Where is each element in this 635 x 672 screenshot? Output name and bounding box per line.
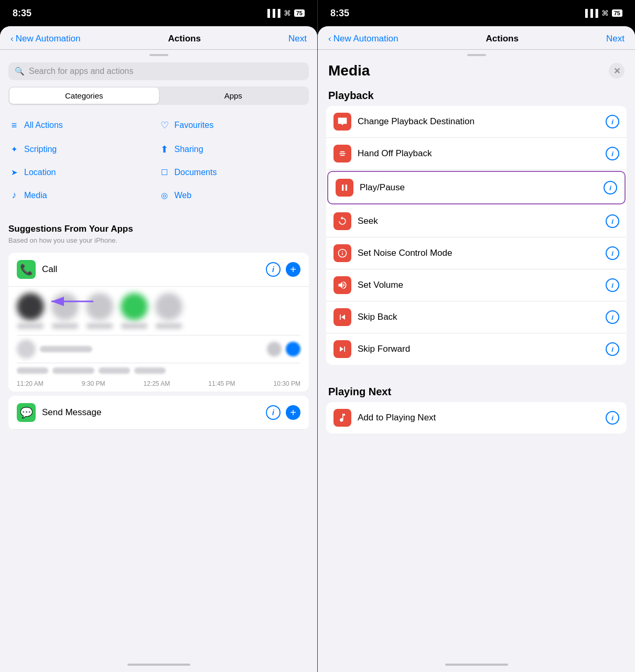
action-play-pause[interactable]: Play/Pause i [327, 171, 626, 204]
change-playback-label: Change Playback Destination [358, 116, 599, 127]
recent-call-2 [17, 363, 300, 378]
web-icon: ◎ [159, 191, 170, 200]
change-playback-info[interactable]: i [606, 115, 619, 128]
call-app-name: Call [42, 264, 57, 275]
skip-back-icon [337, 312, 348, 322]
hand-off-info[interactable]: i [606, 147, 619, 160]
category-documents[interactable]: ☐ Documents [159, 161, 309, 183]
skip-forward-info[interactable]: i [606, 342, 619, 356]
action-change-playback[interactable]: Change Playback Destination i [326, 106, 627, 138]
action-set-volume[interactable]: Set Volume i [326, 269, 627, 301]
recent-action-1b [286, 342, 300, 356]
call-header-left: 📞 Call [17, 260, 57, 279]
send-msg-info-button[interactable]: i [266, 405, 281, 420]
right-nav-title: Actions [486, 34, 519, 44]
call-info-button[interactable]: i [266, 262, 281, 277]
category-all-actions[interactable]: ≡ All Actions [8, 113, 159, 137]
left-next-button[interactable]: Next [288, 34, 307, 44]
send-message-name: Send Message [42, 407, 101, 418]
seek-info[interactable]: i [606, 214, 619, 228]
call-header-right: i + [266, 262, 300, 277]
left-status-icons: ▐▐▐ ⌘ 75 [265, 9, 305, 17]
tab-apps[interactable]: Apps [159, 88, 308, 104]
right-nav-bar: ‹ New Automation Actions Next [318, 26, 635, 50]
skip-back-label: Skip Back [358, 312, 599, 322]
play-pause-icon-wrap [336, 179, 353, 197]
left-search-bar[interactable]: 🔍 Search for apps and actions [8, 62, 309, 80]
right-wifi-icon: ⌘ [601, 9, 609, 17]
skip-back-info[interactable]: i [606, 310, 619, 324]
category-favourites[interactable]: ♡ Favourites [159, 113, 309, 137]
music-note-icon [337, 413, 348, 423]
recent-avatar-1 [17, 340, 36, 359]
right-nav-back[interactable]: ‹ New Automation [328, 34, 398, 44]
skip-back-icon-wrap [333, 308, 351, 326]
action-add-playing-next[interactable]: Add to Playing Next i [326, 402, 627, 433]
left-nav-back[interactable]: ‹ New Automation [10, 34, 80, 44]
contact-5 [155, 293, 182, 329]
action-skip-back[interactable]: Skip Back i [326, 301, 627, 333]
skip-forward-icon [337, 344, 348, 354]
right-status-time: 8:35 [330, 8, 349, 19]
add-playing-info[interactable]: i [606, 411, 619, 425]
action-hand-off[interactable]: Hand Off Playback i [326, 138, 627, 170]
right-next-button[interactable]: Next [606, 34, 625, 44]
call-add-button[interactable]: + [286, 262, 300, 277]
category-web[interactable]: ◎ Web [159, 183, 309, 207]
category-media[interactable]: ♪ Media [8, 183, 159, 207]
message-app-icon: 💬 [17, 403, 36, 422]
recent-calls-area [8, 335, 309, 378]
play-pause-label: Play/Pause [360, 182, 597, 193]
avatar-1 [17, 293, 44, 320]
recent-name-1 [40, 346, 92, 352]
action-skip-forward[interactable]: Skip Forward i [326, 333, 627, 365]
media-sheet-header: Media ✕ [318, 56, 635, 81]
sharing-icon: ⬆ [159, 144, 170, 155]
tab-categories[interactable]: Categories [9, 88, 159, 104]
playback-section-title: Playback [318, 81, 635, 106]
left-nav-bar: ‹ New Automation Actions Next [0, 26, 317, 50]
category-location[interactable]: ➤ Location [8, 161, 159, 183]
play-pause-info[interactable]: i [604, 181, 617, 194]
scripting-label: Scripting [24, 145, 57, 154]
right-content-area: Media ✕ Playback Change Playback Destina… [318, 50, 635, 657]
location-icon: ➤ [8, 168, 20, 177]
category-sharing[interactable]: ⬆ Sharing [159, 137, 309, 161]
change-playback-icon-wrap [333, 113, 351, 131]
right-back-label: New Automation [333, 34, 399, 44]
recent-item-2a [17, 367, 48, 374]
send-msg-header: 💬 Send Message i + [8, 396, 309, 430]
avatar-4 [121, 293, 148, 320]
scripting-icon: ✦ [8, 145, 20, 154]
timestamps-row: 11:20 AM 9:30 PM 12:25 AM 11:45 PM 10:30… [8, 378, 309, 392]
close-button[interactable]: ✕ [609, 63, 625, 79]
left-segmented-control: Categories Apps [8, 86, 309, 105]
hand-off-icon [337, 148, 348, 159]
avatar-2 [51, 293, 79, 320]
action-seek[interactable]: Seek i [326, 205, 627, 237]
send-msg-add-button[interactable]: + [286, 405, 300, 420]
right-home-indicator [318, 657, 635, 672]
right-battery-badge: 75 [612, 9, 622, 17]
battery-badge: 75 [294, 9, 305, 17]
noise-info[interactable]: i [606, 246, 619, 260]
media-sheet-title: Media [328, 62, 370, 79]
media-label: Media [24, 191, 47, 200]
avatar-5 [155, 293, 182, 320]
all-actions-label: All Actions [24, 121, 63, 130]
volume-icon-wrap [333, 276, 351, 294]
seek-icon [337, 216, 348, 226]
right-phone-panel: 8:35 ▐▐▐ ⌘ 75 ‹ New Automation Actions N… [318, 0, 635, 672]
ts-1: 11:20 AM [17, 380, 44, 387]
category-scripting[interactable]: ✦ Scripting [8, 137, 159, 161]
wifi-icon: ⌘ [284, 9, 291, 17]
left-content-area: 🔍 Search for apps and actions Categories… [0, 50, 317, 657]
action-noise-control[interactable]: Set Noise Control Mode i [326, 237, 627, 269]
all-actions-icon: ≡ [8, 120, 20, 131]
sharing-label: Sharing [175, 145, 203, 154]
volume-info[interactable]: i [606, 278, 619, 292]
left-search-placeholder: Search for apps and actions [29, 67, 133, 76]
suggestions-header: Suggestions From Your Apps [0, 220, 317, 236]
send-message-card: 💬 Send Message i + [8, 396, 309, 430]
hand-off-icon-wrap [333, 145, 351, 162]
